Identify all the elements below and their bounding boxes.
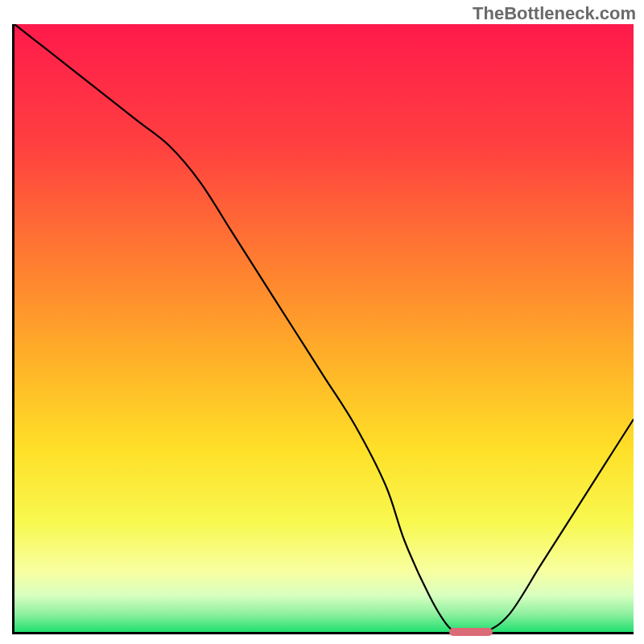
plot-area — [12, 24, 634, 634]
gradient-background — [14, 24, 634, 632]
svg-rect-0 — [14, 24, 634, 632]
chart-container: TheBottleneck.com — [0, 0, 644, 644]
watermark-text: TheBottleneck.com — [473, 3, 636, 24]
optimal-marker — [449, 628, 493, 636]
